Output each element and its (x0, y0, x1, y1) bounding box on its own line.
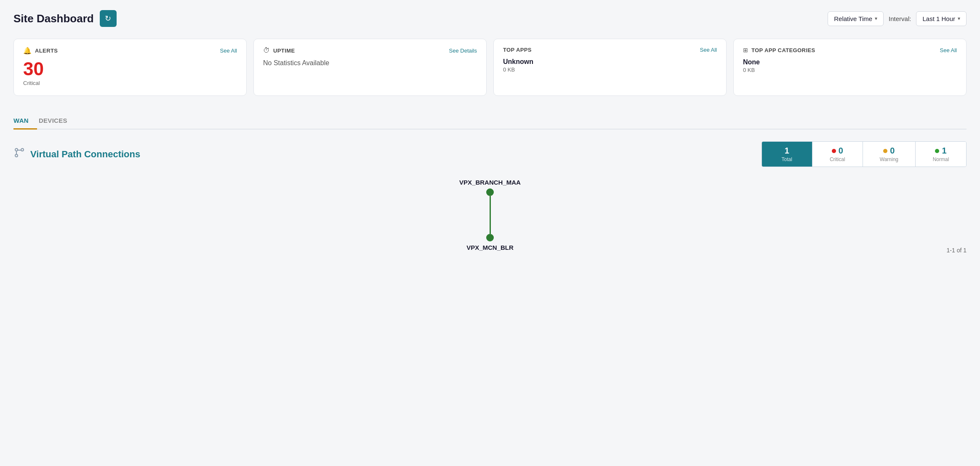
top-apps-card-header: TOP APPS See All (503, 47, 717, 53)
mcn-node-label: VPX_MCN_BLR (466, 244, 514, 251)
counter-normal-label: Normal (933, 156, 949, 162)
normal-dot (935, 149, 939, 153)
counter-warning-label: Warning (880, 156, 898, 162)
counter-critical-number: 0 (839, 146, 843, 156)
uptime-see-details-link[interactable]: See Details (449, 48, 477, 54)
branch-node-label: VPX_BRANCH_MAA (459, 179, 521, 186)
alerts-value: 30 (23, 60, 237, 78)
counter-total-number: 1 (785, 146, 789, 156)
branch-node-circle (486, 188, 494, 196)
top-app-categories-primary: None (743, 58, 957, 66)
page-container: Site Dashboard ↻ Relative Time ▾ Interva… (0, 0, 980, 466)
counter-total[interactable]: 1 Total (762, 142, 812, 167)
top-apps-primary: Unknown (503, 58, 717, 66)
counter-critical[interactable]: 0 Critical (812, 142, 863, 167)
alerts-card-header: 🔔 ALERTS See All (23, 47, 237, 55)
counter-warning-number: 0 (890, 146, 895, 156)
relative-time-label: Relative Time (834, 15, 872, 22)
header-right: Relative Time ▾ Interval: Last 1 Hour ▾ (828, 11, 967, 26)
counter-normal-number: 1 (942, 146, 946, 156)
uptime-title: UPTIME (273, 48, 295, 54)
tab-devices[interactable]: DEVICES (37, 113, 76, 130)
top-app-categories-header: ⊞ TOP APP CATEGORIES See All (743, 47, 957, 53)
header-left: Site Dashboard ↻ (13, 10, 117, 27)
chevron-down-icon: ▾ (875, 16, 877, 21)
alerts-see-all-link[interactable]: See All (220, 48, 237, 54)
connection-line (490, 196, 491, 234)
summary-cards: 🔔 ALERTS See All 30 Critical ⏱ UPTIME Se… (13, 39, 967, 96)
page-title: Site Dashboard (13, 12, 94, 25)
virtual-path-title: Virtual Path Connections (30, 149, 140, 160)
alerts-title: ALERTS (35, 48, 58, 54)
counter-warning[interactable]: 0 Warning (863, 142, 916, 167)
tab-wan[interactable]: WAN (13, 113, 37, 130)
network-diagram: VPX_BRANCH_MAA VPX_MCN_BLR (13, 179, 967, 254)
counter-critical-label: Critical (830, 156, 845, 162)
counter-normal[interactable]: 1 Normal (916, 142, 966, 167)
relative-time-dropdown[interactable]: Relative Time ▾ (828, 11, 884, 26)
last-hour-label: Last 1 Hour (922, 15, 955, 22)
interval-label: Interval: (889, 15, 911, 22)
status-counters: 1 Total 0 Critical 0 Warning (762, 141, 967, 167)
uptime-card-header: ⏱ UPTIME See Details (263, 47, 477, 54)
top-apps-title: TOP APPS (503, 47, 532, 53)
refresh-icon: ↻ (105, 14, 111, 23)
alerts-sub: Critical (23, 80, 237, 86)
alerts-card: 🔔 ALERTS See All 30 Critical (13, 39, 247, 96)
clock-icon: ⏱ (263, 47, 270, 54)
tabs-container: WAN DEVICES (13, 113, 967, 130)
critical-dot (832, 149, 836, 153)
top-apps-card: TOP APPS See All Unknown 0 KB (493, 39, 727, 96)
refresh-button[interactable]: ↻ (100, 10, 117, 27)
top-apps-secondary: 0 KB (503, 66, 717, 73)
top-app-categories-see-all-link[interactable]: See All (940, 47, 957, 53)
svg-point-1 (15, 154, 18, 157)
mcn-node-circle (486, 234, 494, 241)
chevron-down-icon-2: ▾ (958, 16, 960, 21)
top-app-categories-secondary: 0 KB (743, 67, 957, 73)
virtual-path-icon (13, 147, 25, 162)
top-apps-see-all-link[interactable]: See All (700, 47, 717, 53)
uptime-body: No Statistics Available (263, 59, 477, 67)
uptime-card: ⏱ UPTIME See Details No Statistics Avail… (253, 39, 487, 96)
top-app-categories-title: TOP APP CATEGORIES (751, 47, 815, 53)
grid-icon: ⊞ (743, 47, 748, 53)
header: Site Dashboard ↻ Relative Time ▾ Interva… (13, 10, 967, 27)
last-hour-dropdown[interactable]: Last 1 Hour ▾ (916, 11, 967, 26)
diagram-container: VPX_BRANCH_MAA VPX_MCN_BLR 1-1 of 1 (13, 179, 967, 254)
virtual-path-section-header: Virtual Path Connections 1 Total 0 Criti… (13, 141, 967, 167)
bell-icon: 🔔 (23, 47, 32, 55)
pagination-text: 1-1 of 1 (947, 247, 967, 254)
warning-dot (883, 149, 887, 153)
top-app-categories-card: ⊞ TOP APP CATEGORIES See All None 0 KB (733, 39, 967, 96)
counter-total-label: Total (782, 156, 792, 162)
